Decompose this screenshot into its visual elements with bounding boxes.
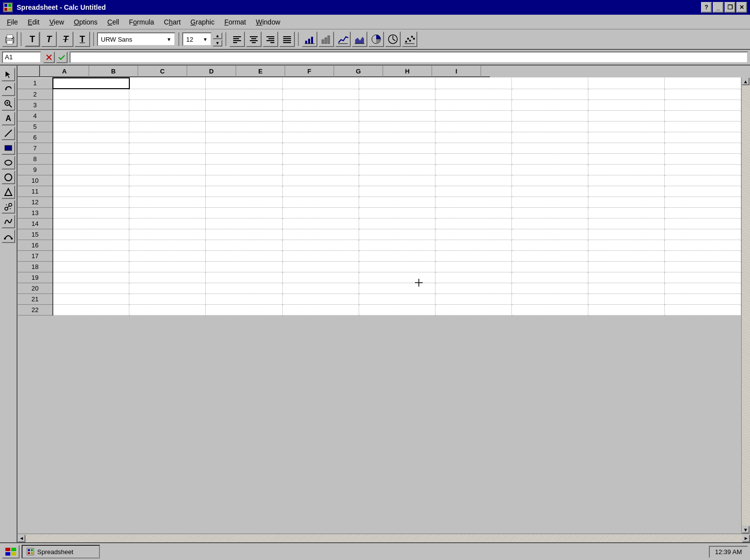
cell-c10[interactable] [206,175,282,186]
cell-h15[interactable] [588,229,664,240]
cell-f21[interactable] [435,293,511,304]
cell-i11[interactable] [664,186,741,196]
cell-e3[interactable] [359,99,435,110]
menu-window[interactable]: Window [251,17,285,27]
cell-g21[interactable] [511,293,588,304]
cell-d5[interactable] [282,121,359,132]
cell-f9[interactable] [435,164,511,175]
cell-f22[interactable] [435,304,511,315]
row-num-17[interactable]: 17 [18,250,53,261]
cell-g8[interactable] [511,153,588,164]
cell-h1[interactable] [588,78,664,89]
cell-e18[interactable] [359,261,435,272]
row-num-10[interactable]: 10 [18,175,53,186]
cell-d20[interactable] [282,283,359,293]
cell-g11[interactable] [511,186,588,196]
row-num-16[interactable]: 16 [18,240,53,250]
cell-d13[interactable] [282,207,359,218]
text-tool-button[interactable]: A [1,112,15,125]
italic-button[interactable]: T [58,31,73,47]
scroll-down-button[interactable]: ▼ [742,526,750,534]
menu-graphic[interactable]: Graphic [186,17,219,27]
cell-e10[interactable] [359,175,435,186]
cell-g10[interactable] [511,175,588,186]
cell-e7[interactable] [359,143,435,153]
cell-d2[interactable] [282,89,359,99]
cell-f10[interactable] [435,175,511,186]
cell-c13[interactable] [206,207,282,218]
vertical-scrollbar[interactable]: ▲ ▼ [741,77,750,534]
bold-button[interactable]: T [24,31,40,47]
row-num-5[interactable]: 5 [18,121,53,132]
cell-a10[interactable] [53,175,129,186]
cell-d9[interactable] [282,164,359,175]
group-tool-button[interactable] [1,200,15,214]
scroll-track-horizontal[interactable] [25,535,742,542]
scroll-track-vertical[interactable] [742,85,750,526]
cell-a18[interactable] [53,261,129,272]
print-button[interactable] [2,31,18,47]
row-num-18[interactable]: 18 [18,261,53,272]
cell-g17[interactable] [511,250,588,261]
cell-d4[interactable] [282,110,359,121]
cell-e15[interactable] [359,229,435,240]
chart-pie-button[interactable] [368,31,384,47]
cell-d7[interactable] [282,143,359,153]
chart-line2-button[interactable] [318,31,334,47]
row-num-8[interactable]: 8 [18,153,53,164]
chart-area-button[interactable] [352,31,367,47]
cell-b22[interactable] [129,304,206,315]
cell-h16[interactable] [588,240,664,250]
cell-h11[interactable] [588,186,664,196]
row-num-2[interactable]: 2 [18,89,53,99]
cell-b5[interactable] [129,121,206,132]
cell-b1[interactable] [129,78,206,89]
cell-a6[interactable] [53,132,129,143]
cell-e16[interactable] [359,240,435,250]
cell-d12[interactable] [282,196,359,207]
bezier-tool-button[interactable] [1,215,15,228]
cell-g13[interactable] [511,207,588,218]
font-size-up-button[interactable]: ▲ [213,32,222,39]
cell-a2[interactable] [53,89,129,99]
cell-i18[interactable] [664,261,741,272]
cell-g2[interactable] [511,89,588,99]
row-num-13[interactable]: 13 [18,207,53,218]
cell-c17[interactable] [206,250,282,261]
cell-e5[interactable] [359,121,435,132]
line-tool-button[interactable] [1,126,15,140]
zoom-tool-button[interactable] [1,97,15,111]
cell-e19[interactable] [359,272,435,283]
menu-edit[interactable]: Edit [23,17,45,27]
row-num-21[interactable]: 21 [18,293,53,304]
cell-g19[interactable] [511,272,588,283]
cell-c18[interactable] [206,261,282,272]
cell-d10[interactable] [282,175,359,186]
cell-d1[interactable] [282,78,359,89]
col-header-g[interactable]: G [334,66,383,77]
cell-h9[interactable] [588,164,664,175]
cell-b14[interactable] [129,218,206,229]
cell-f15[interactable] [435,229,511,240]
cell-f2[interactable] [435,89,511,99]
cell-h19[interactable] [588,272,664,283]
cell-f4[interactable] [435,110,511,121]
menu-cell[interactable]: Cell [102,17,124,27]
circle-tool-button[interactable] [1,170,15,184]
cell-f13[interactable] [435,207,511,218]
cell-i17[interactable] [664,250,741,261]
cell-b8[interactable] [129,153,206,164]
cell-f12[interactable] [435,196,511,207]
row-num-15[interactable]: 15 [18,229,53,240]
cell-c14[interactable] [206,218,282,229]
cell-c16[interactable] [206,240,282,250]
cell-i12[interactable] [664,196,741,207]
cell-d22[interactable] [282,304,359,315]
menu-chart[interactable]: Chart [159,17,186,27]
cell-f11[interactable] [435,186,511,196]
cell-g16[interactable] [511,240,588,250]
cell-b13[interactable] [129,207,206,218]
cell-a3[interactable] [53,99,129,110]
cell-a21[interactable] [53,293,129,304]
scroll-left-button[interactable]: ◄ [18,535,25,542]
